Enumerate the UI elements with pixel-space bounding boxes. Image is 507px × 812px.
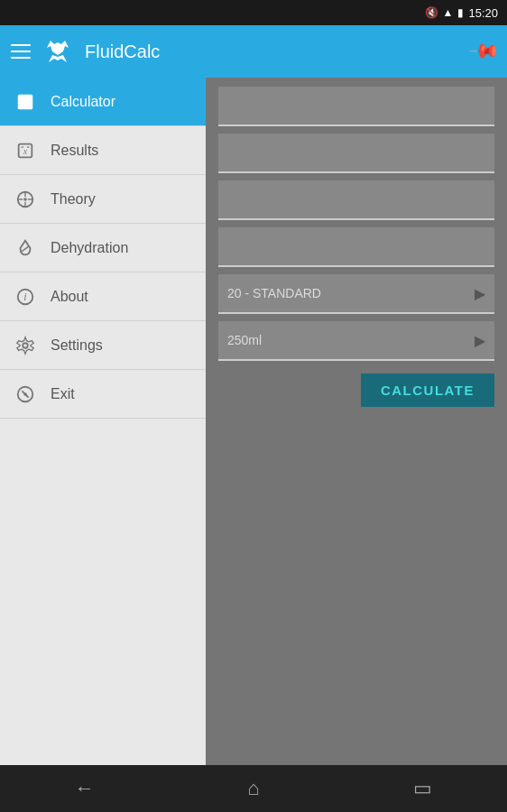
- input-field-4[interactable]: [227, 239, 485, 254]
- dehydration-icon: [14, 238, 36, 258]
- svg-point-22: [23, 343, 28, 348]
- sidebar-item-about-label: About: [51, 289, 88, 305]
- svg-rect-8: [28, 106, 31, 107]
- sidebar-item-results[interactable]: x Results: [0, 126, 206, 175]
- svg-rect-2: [21, 97, 31, 100]
- exit-icon: [14, 384, 36, 404]
- status-icons: 🔇 ▲ ▮ 15:20: [425, 6, 498, 20]
- back-button[interactable]: ←: [58, 765, 112, 812]
- main-layout: Calculator x Results Theory Dehydration …: [0, 78, 507, 765]
- settings-icon: [14, 336, 36, 355]
- battery-icon: ▮: [457, 6, 464, 19]
- dropdown-volume-value: 250ml: [227, 333, 262, 347]
- sidebar: Calculator x Results Theory Dehydration …: [0, 78, 206, 765]
- dropdown-volume-arrow: ▶: [475, 332, 485, 349]
- app-bar: FluidCalc 📌: [0, 25, 507, 78]
- app-logo-icon: [43, 37, 72, 66]
- svg-marker-0: [49, 55, 67, 62]
- sidebar-item-settings[interactable]: Settings: [0, 321, 206, 370]
- dropdown-standard-value: 20 - STANDARD: [227, 286, 321, 300]
- status-bar: 🔇 ▲ ▮ 15:20: [0, 0, 507, 25]
- dropdown-standard-arrow: ▶: [475, 285, 485, 302]
- input-field-2[interactable]: [227, 145, 485, 161]
- sidebar-item-exit-label: Exit: [51, 386, 75, 402]
- input-field-1[interactable]: [227, 98, 485, 114]
- sidebar-item-theory[interactable]: Theory: [0, 175, 206, 224]
- sidebar-item-results-label: Results: [51, 143, 98, 159]
- sidebar-item-calculator-label: Calculator: [51, 94, 115, 110]
- app-logo: [43, 37, 72, 66]
- mute-icon: 🔇: [425, 6, 438, 19]
- svg-rect-6: [21, 106, 23, 107]
- hamburger-menu-button[interactable]: [11, 44, 31, 59]
- pin-icon[interactable]: 📌: [467, 34, 501, 68]
- svg-point-14: [23, 198, 27, 201]
- theory-icon: [14, 189, 36, 209]
- input-row-2: [218, 134, 494, 173]
- input-row-3: [218, 180, 494, 220]
- svg-rect-7: [24, 106, 27, 107]
- calculate-button[interactable]: CALCULATE: [361, 374, 494, 407]
- svg-rect-11: [21, 146, 23, 147]
- svg-rect-12: [27, 146, 30, 147]
- status-time: 15:20: [468, 6, 498, 20]
- home-button[interactable]: ⌂: [226, 765, 281, 812]
- calculator-icon: [14, 92, 36, 112]
- svg-point-25: [23, 392, 27, 396]
- content-inner: 20 - STANDARD ▶ 250ml ▶ CALCULATE: [206, 78, 507, 416]
- content-area: 20 - STANDARD ▶ 250ml ▶ CALCULATE: [206, 78, 507, 765]
- sidebar-item-settings-label: Settings: [51, 337, 103, 354]
- dropdown-standard[interactable]: 20 - STANDARD ▶: [218, 274, 494, 314]
- sidebar-item-exit[interactable]: Exit: [0, 370, 206, 419]
- svg-text:i: i: [23, 291, 26, 303]
- about-icon: i: [14, 287, 36, 307]
- sidebar-item-theory-label: Theory: [51, 191, 96, 208]
- sidebar-item-calculator[interactable]: Calculator: [0, 78, 206, 126]
- app-title: FluidCalc: [85, 42, 459, 62]
- sidebar-item-dehydration-label: Dehydration: [51, 240, 128, 256]
- svg-rect-4: [24, 102, 27, 104]
- wifi-icon: ▲: [443, 6, 454, 19]
- input-field-3[interactable]: [227, 192, 485, 208]
- svg-line-19: [22, 246, 28, 252]
- dropdown-volume[interactable]: 250ml ▶: [218, 321, 494, 361]
- sidebar-item-dehydration[interactable]: Dehydration: [0, 224, 206, 272]
- input-row-4: [218, 227, 494, 267]
- results-icon: x: [14, 141, 36, 161]
- recents-button[interactable]: ▭: [395, 765, 449, 812]
- svg-rect-5: [28, 102, 31, 104]
- input-row-1: [218, 87, 494, 126]
- bottom-nav: ← ⌂ ▭: [0, 765, 507, 812]
- sidebar-item-about[interactable]: i About: [0, 272, 206, 321]
- svg-rect-3: [21, 102, 23, 104]
